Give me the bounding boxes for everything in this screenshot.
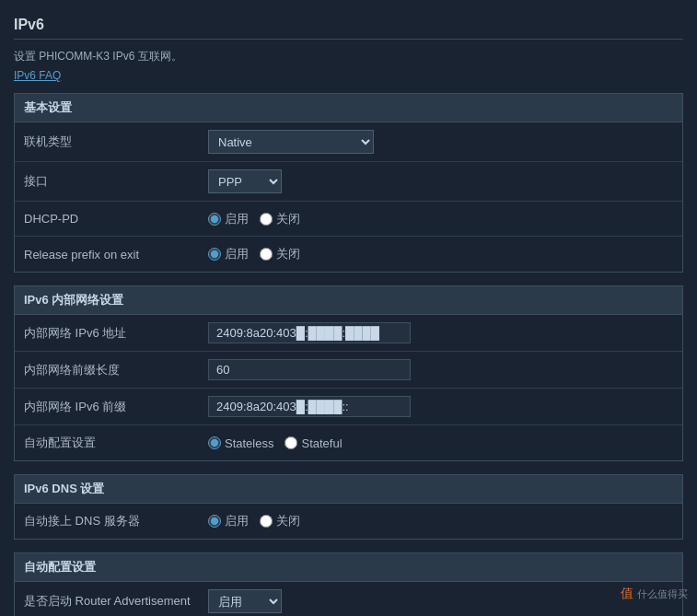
ipv6-address-row: 内部网络 IPv6 地址 2409:8a20:403█:████:████ [15, 315, 682, 352]
release-prefix-row: Release prefix on exit 启用 关闭 [15, 237, 682, 272]
release-prefix-disable-label: 关闭 [276, 246, 300, 262]
auto-config-row: 自动配置设置 Stateless Stateful [15, 425, 682, 460]
stateless-radio[interactable] [208, 436, 221, 449]
page-container: IPv6 设置 PHICOMM-K3 IPv6 互联网。 IPv6 FAQ 基本… [0, 0, 697, 616]
connection-type-row: 联机类型 Native DHCPv6 Static PPPoE 6to4 6in… [15, 122, 682, 162]
auto-config-radio-group: Stateless Stateful [208, 436, 343, 450]
auto-dns-disable-radio[interactable] [260, 515, 273, 528]
dhcp-pd-disable-item[interactable]: 关闭 [260, 211, 300, 227]
dhcp-pd-row: DHCP-PD 启用 关闭 [15, 202, 682, 237]
interface-label: 接口 [24, 173, 208, 190]
dhcp-pd-enable-item[interactable]: 启用 [208, 211, 249, 227]
release-prefix-enable-item[interactable]: 启用 [208, 246, 249, 262]
release-prefix-radio-group: 启用 关闭 [208, 246, 300, 262]
dhcp-pd-disable-radio[interactable] [260, 213, 273, 226]
page-description: 设置 PHICOMM-K3 IPv6 互联网。 [14, 49, 683, 64]
basic-settings-body: 联机类型 Native DHCPv6 Static PPPoE 6to4 6in… [14, 122, 683, 273]
ipv6-prefix-label: 内部网络 IPv6 前缀 [24, 399, 208, 415]
dns-settings-body: 自动接上 DNS 服务器 启用 关闭 [14, 504, 683, 540]
dns-settings-header: IPv6 DNS 设置 [14, 474, 683, 504]
dhcp-pd-enable-radio[interactable] [208, 213, 221, 226]
prefix-length-label: 内部网络前缀长度 [24, 362, 208, 378]
auto-dns-disable-label: 关闭 [276, 513, 300, 529]
auto-dns-radio-group: 启用 关闭 [208, 513, 300, 529]
dhcp-pd-label: DHCP-PD [24, 212, 208, 226]
release-prefix-control: 启用 关闭 [208, 246, 673, 262]
connection-type-control: Native DHCPv6 Static PPPoE 6to4 6in4 [208, 130, 673, 154]
auto-dns-disable-item[interactable]: 关闭 [260, 513, 300, 529]
router-advertisement-select[interactable]: 启用 关闭 [208, 589, 282, 613]
watermark: 值 什么值得买 [621, 586, 688, 602]
page-title: IPv6 [14, 9, 683, 40]
basic-settings-header: 基本设置 [14, 93, 683, 122]
router-advertisement-control: 启用 关闭 [208, 589, 673, 613]
auto-dns-control: 启用 关闭 [208, 513, 673, 529]
interface-select[interactable]: PPP WAN LAN [208, 169, 282, 193]
prefix-length-value: 60 [208, 359, 411, 380]
dhcp-pd-control: 启用 关闭 [208, 211, 673, 227]
stateless-label: Stateless [225, 436, 273, 450]
stateful-label: Stateful [301, 436, 342, 450]
ipv6-address-label: 内部网络 IPv6 地址 [24, 325, 208, 342]
release-prefix-enable-radio[interactable] [208, 248, 221, 261]
prefix-length-row: 内部网络前缀长度 60 [15, 352, 682, 389]
stateless-item[interactable]: Stateless [208, 436, 273, 450]
stateful-radio[interactable] [285, 436, 297, 449]
auto-dns-enable-label: 启用 [225, 513, 249, 529]
internal-settings-header: IPv6 内部网络设置 [14, 285, 683, 315]
watermark-icon: 值 [621, 586, 633, 602]
ipv6-prefix-control: 2409:8a20:403█:████:: [208, 396, 673, 417]
release-prefix-label: Release prefix on exit [24, 248, 208, 262]
ipv6-address-control: 2409:8a20:403█:████:████ [208, 322, 673, 343]
stateful-item[interactable]: Stateful [285, 436, 342, 450]
router-advertisement-label: 是否启动 Router Advertisement [24, 593, 208, 610]
release-prefix-enable-label: 启用 [225, 246, 249, 262]
autoconfig-settings-body: 是否启动 Router Advertisement 启用 关闭 [14, 582, 683, 616]
faq-link[interactable]: IPv6 FAQ [14, 69, 61, 82]
prefix-length-control: 60 [208, 359, 673, 380]
ipv6-address-value: 2409:8a20:403█:████:████ [208, 322, 411, 343]
watermark-text: 什么值得买 [637, 587, 688, 601]
release-prefix-disable-radio[interactable] [260, 248, 273, 261]
release-prefix-disable-item[interactable]: 关闭 [260, 246, 300, 262]
auto-config-control: Stateless Stateful [208, 436, 673, 450]
auto-dns-row: 自动接上 DNS 服务器 启用 关闭 [15, 504, 682, 539]
dhcp-pd-disable-label: 关闭 [276, 211, 300, 227]
interface-control: PPP WAN LAN [208, 169, 673, 193]
dhcp-pd-enable-label: 启用 [225, 211, 249, 227]
auto-dns-enable-item[interactable]: 启用 [208, 513, 249, 529]
connection-type-label: 联机类型 [24, 134, 208, 150]
auto-dns-label: 自动接上 DNS 服务器 [24, 513, 208, 529]
router-advertisement-row: 是否启动 Router Advertisement 启用 关闭 [15, 582, 682, 616]
interface-row: 接口 PPP WAN LAN [15, 162, 682, 202]
auto-config-label: 自动配置设置 [24, 435, 208, 451]
dhcp-pd-radio-group: 启用 关闭 [208, 211, 300, 227]
connection-type-select[interactable]: Native DHCPv6 Static PPPoE 6to4 6in4 [208, 130, 374, 154]
autoconfig-settings-header: 自动配置设置 [14, 552, 683, 582]
internal-settings-body: 内部网络 IPv6 地址 2409:8a20:403█:████:████ 内部… [14, 315, 683, 461]
auto-dns-enable-radio[interactable] [208, 515, 221, 528]
ipv6-prefix-row: 内部网络 IPv6 前缀 2409:8a20:403█:████:: [15, 389, 682, 425]
ipv6-prefix-value: 2409:8a20:403█:████:: [208, 396, 411, 417]
